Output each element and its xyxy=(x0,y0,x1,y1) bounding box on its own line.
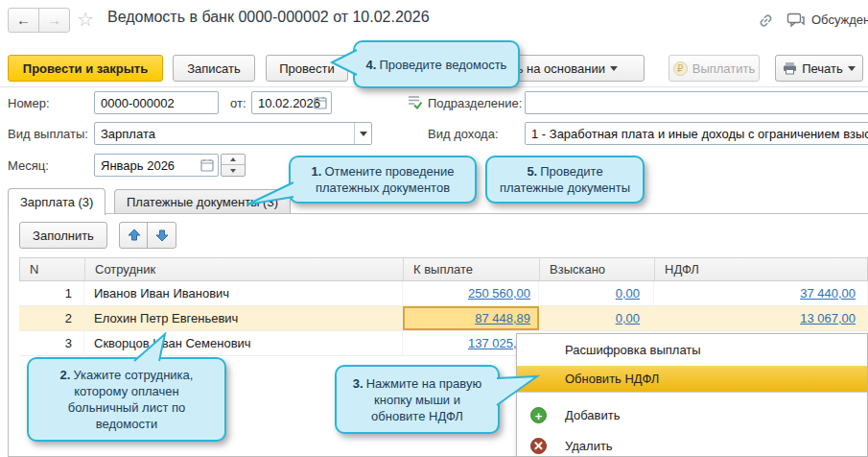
chevron-down-icon xyxy=(848,66,856,71)
move-down-button[interactable] xyxy=(147,222,176,249)
callout-step2-pointer xyxy=(127,330,173,363)
cell-ndfl-link[interactable]: 37 440,00 xyxy=(800,286,856,301)
printer-icon xyxy=(783,61,797,75)
triangle-up-icon xyxy=(230,157,236,161)
calendar-icon[interactable] xyxy=(314,96,327,109)
col-header-employee[interactable]: Сотрудник xyxy=(85,258,404,280)
forward-arrow-icon: → xyxy=(47,12,61,28)
forward-button[interactable]: → xyxy=(38,8,70,33)
save-button[interactable]: Записать xyxy=(173,55,255,82)
link-icon[interactable] xyxy=(757,12,775,30)
back-arrow-icon: ← xyxy=(16,12,31,28)
table-header-row: N Сотрудник К выплате Взыскано НДФЛ xyxy=(19,257,868,281)
discussions-label[interactable]: Обсужден xyxy=(811,12,868,27)
discussions-icon[interactable] xyxy=(786,12,806,29)
move-up-button[interactable] xyxy=(119,222,149,249)
callout-step5: 5.Проведите платежные документы xyxy=(485,156,645,204)
col-header-n[interactable]: N xyxy=(20,258,85,280)
cell-collected-link[interactable]: 0,00 xyxy=(616,311,640,325)
menu-item-update-ndfl[interactable]: Обновить НДФЛ xyxy=(517,366,867,393)
date-label: от: xyxy=(230,96,246,110)
arrow-up-icon xyxy=(127,228,142,243)
month-stepper[interactable] xyxy=(221,154,246,177)
col-header-collected[interactable]: Взыскано xyxy=(540,258,655,280)
triangle-down-icon xyxy=(230,169,236,173)
payroll-sheet-window: ← → ☆ Ведомость в банк 0000-000002 от 10… xyxy=(0,0,868,457)
table-row-selected[interactable]: 2 Елохин Петр Евгеньевич 87 448,89 0,00 … xyxy=(19,306,868,331)
dropdown-button[interactable] xyxy=(354,123,371,144)
callout-step2: 2.Укажите сотрудника, которому оплачен б… xyxy=(27,357,226,442)
callout-step1: 1.Отмените проведение платежных документ… xyxy=(289,156,477,204)
callout-step4: 4.Проведите ведомость xyxy=(353,40,520,88)
ruble-coin-icon: ₽ xyxy=(673,61,688,76)
routing-icon[interactable] xyxy=(407,94,422,109)
income-kind-label: Вид дохода: xyxy=(428,127,499,141)
cell-pay-link[interactable]: 250 560,00 xyxy=(468,286,530,301)
back-button[interactable]: ← xyxy=(8,8,39,33)
pay-kind-label: Вид выплаты: xyxy=(8,127,88,141)
print-button[interactable]: Печать xyxy=(775,55,863,82)
income-kind-input[interactable]: 1 - Заработная плата и иные доходы с огр… xyxy=(525,122,868,145)
department-label: Подразделение: xyxy=(428,96,522,110)
cell-collected-link[interactable]: 0,00 xyxy=(616,286,640,301)
menu-item-payment-details[interactable]: Расшифровка выплаты xyxy=(517,337,867,364)
favorite-star-icon[interactable]: ☆ xyxy=(77,8,94,31)
context-menu: Расшифровка выплаты Обновить НДФЛ + Доба… xyxy=(516,333,868,457)
delete-icon: ✕ xyxy=(530,438,547,454)
month-input[interactable]: Январь 2026 xyxy=(94,154,219,177)
date-input[interactable]: 10.02.2026 xyxy=(251,91,332,114)
page-title: Ведомость в банк 0000-000002 от 10.02.20… xyxy=(107,9,430,26)
cell-ndfl-link[interactable]: 13 067,00 xyxy=(800,311,856,325)
cell-employee[interactable]: Елохин Петр Евгеньевич xyxy=(84,306,403,330)
cell-n: 1 xyxy=(19,281,84,305)
menu-item-delete[interactable]: ✕ Удалить xyxy=(517,433,867,457)
callout-step3: 3.Нажмите на правую кнопку мыши и обнови… xyxy=(335,365,500,434)
number-input[interactable]: 0000-000002 xyxy=(94,91,219,114)
month-label: Месяц: xyxy=(8,158,49,173)
col-header-ndfl[interactable]: НДФЛ xyxy=(655,258,868,280)
chevron-down-icon xyxy=(610,66,618,71)
callout-step3-pointer xyxy=(487,369,543,411)
pay-kind-select[interactable]: Зарплата xyxy=(94,122,372,145)
number-label: Номер: xyxy=(8,96,50,110)
menu-item-add[interactable]: + Добавить xyxy=(517,402,867,429)
callout-step1-pointer xyxy=(242,179,295,209)
calendar-icon[interactable] xyxy=(200,158,214,172)
post-and-close-button[interactable]: Провести и закрыть xyxy=(8,55,163,82)
tab-salary[interactable]: Зарплата (3) xyxy=(8,188,106,215)
pay-button: ₽Выплатить xyxy=(669,55,760,82)
fill-button[interactable]: Заполнить xyxy=(19,222,107,249)
cell-n: 2 xyxy=(19,306,84,330)
arrow-down-icon xyxy=(154,228,170,243)
stepper-down-button[interactable] xyxy=(222,165,245,176)
callout-step4-pointer xyxy=(326,44,359,79)
department-input[interactable] xyxy=(525,91,868,114)
chevron-down-icon xyxy=(360,132,367,136)
table-row[interactable]: 1 Иванов Иван Иванович 250 560,00 0,00 3… xyxy=(19,281,868,306)
cell-employee[interactable]: Иванов Иван Иванович xyxy=(84,281,403,305)
col-header-pay[interactable]: К выплате xyxy=(404,258,540,280)
cell-n: 3 xyxy=(19,331,84,355)
stepper-up-button[interactable] xyxy=(222,155,245,165)
selected-cell[interactable]: 87 448,89 xyxy=(403,306,539,330)
